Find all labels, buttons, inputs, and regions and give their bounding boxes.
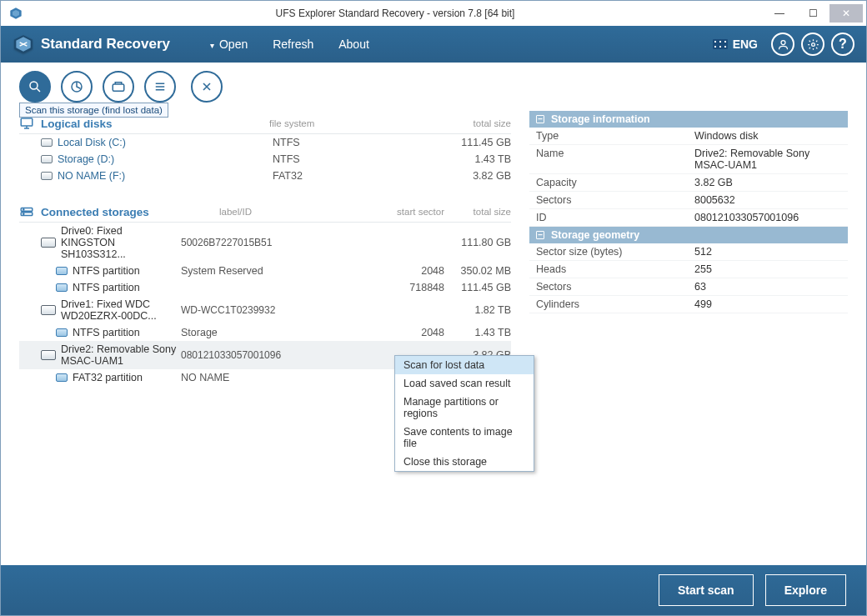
info-section-geometry[interactable]: –Storage geometry: [529, 227, 848, 243]
drive-row[interactable]: Drive0: Fixed KINGSTON SH103S312... 5002…: [19, 223, 511, 263]
maximize-button[interactable]: ☐: [796, 4, 829, 23]
titlebar: UFS Explorer Standard Recovery - version…: [1, 1, 866, 26]
toolbar: [19, 71, 848, 103]
user-button[interactable]: [771, 33, 794, 56]
drive-icon: [41, 238, 56, 248]
group-logical-disks: Logical disks file system total size: [19, 116, 511, 134]
logical-disk-row[interactable]: Local Disk (C:) NTFS 111.45 GB: [19, 134, 511, 151]
brand: Standard Recovery: [13, 33, 170, 55]
menu-open[interactable]: Open: [210, 38, 248, 51]
close-storage-icon[interactable]: [191, 71, 223, 103]
volume-icon: [41, 155, 53, 163]
collapse-icon: –: [536, 115, 544, 123]
partition-manager-icon[interactable]: [61, 71, 93, 103]
partition-icon: [56, 267, 68, 275]
svg-point-3: [781, 40, 785, 44]
storage-tree: Logical disks file system total size Loc…: [19, 106, 511, 386]
language-label: ENG: [733, 38, 758, 51]
app-icon: [9, 7, 23, 20]
ctx-close[interactable]: Close this storage: [395, 453, 534, 471]
partition-icon: [56, 283, 68, 292]
logical-disk-row[interactable]: Storage (D:) NTFS 1.43 TB: [19, 151, 511, 168]
open-image-icon[interactable]: [103, 71, 134, 103]
svg-rect-8: [21, 118, 33, 126]
bottom-bar: Start scan Explore: [1, 565, 866, 615]
svg-point-5: [30, 82, 38, 89]
menu-about[interactable]: About: [338, 38, 369, 51]
ctx-manage[interactable]: Manage partitions or regions: [395, 393, 534, 423]
tooltip-scan: Scan this storage (find lost data): [19, 103, 168, 118]
brand-name: Standard Recovery: [41, 36, 170, 53]
settings-button[interactable]: [801, 33, 824, 56]
start-scan-button[interactable]: Start scan: [659, 574, 754, 606]
logical-disk-row[interactable]: NO NAME (F:) FAT32 3.82 GB: [19, 168, 511, 184]
hdd-icon: [19, 204, 34, 219]
svg-point-11: [23, 209, 24, 210]
ctx-load[interactable]: Load saved scan result: [395, 374, 534, 393]
scan-icon[interactable]: [19, 71, 51, 103]
drive-icon: [41, 350, 56, 360]
help-button[interactable]: ?: [831, 33, 854, 56]
svg-rect-7: [113, 84, 124, 91]
volume-icon: [41, 138, 53, 147]
ctx-scan[interactable]: Scan for lost data: [395, 356, 534, 374]
drive-icon: [41, 305, 56, 315]
partition-icon: [56, 373, 68, 382]
info-section-storage[interactable]: –Storage information: [529, 111, 848, 128]
monitor-icon: [19, 116, 34, 131]
partition-row[interactable]: NTFS partition System Reserved 2048 350.…: [19, 263, 511, 279]
flag-icon: [713, 39, 728, 49]
collapse-icon: –: [536, 231, 544, 239]
language-switch[interactable]: ENG: [713, 38, 758, 51]
menubar: Standard Recovery Open Refresh About ENG…: [1, 26, 866, 63]
ctx-save-image[interactable]: Save contents to image file: [395, 423, 534, 453]
close-button[interactable]: ✕: [829, 4, 863, 23]
info-panel: –Storage information TypeWindows disk Na…: [529, 111, 848, 386]
volume-icon: [41, 172, 53, 180]
partition-row[interactable]: NTFS partition 718848 111.45 GB: [19, 279, 511, 296]
brand-icon: [13, 33, 34, 55]
partition-icon: [56, 328, 68, 337]
context-menu: Scan for lost data Load saved scan resul…: [394, 355, 534, 472]
svg-point-4: [811, 43, 814, 46]
window-title: UFS Explorer Standard Recovery - version…: [28, 8, 763, 19]
menu-refresh[interactable]: Refresh: [273, 38, 313, 51]
minimize-button[interactable]: —: [763, 4, 796, 23]
partition-row[interactable]: NTFS partition Storage 2048 1.43 TB: [19, 324, 511, 341]
group-connected-storages: Connected storages label/ID start sector…: [19, 204, 511, 223]
list-view-icon[interactable]: [144, 71, 176, 103]
drive-row[interactable]: Drive1: Fixed WDC WD20EZRX-00DC... WD-WC…: [19, 296, 511, 324]
explore-button[interactable]: Explore: [765, 574, 846, 606]
svg-point-12: [23, 213, 24, 214]
